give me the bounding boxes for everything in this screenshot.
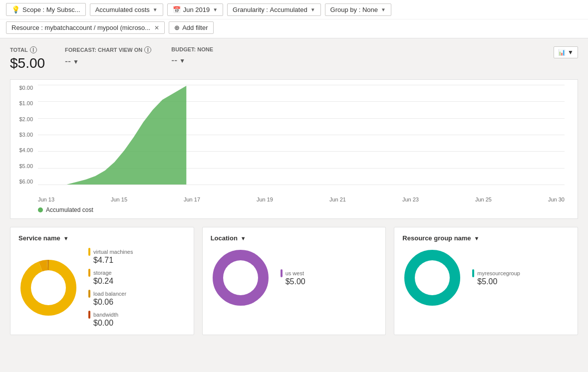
budget-label-row: BUDGET: NONE <box>171 46 213 52</box>
main-content: TOTAL i $5.00 FORECAST: CHART VIEW ON i … <box>0 38 588 343</box>
scope-value: My Subsc... <box>46 6 80 13</box>
svg-marker-0 <box>67 86 187 185</box>
storage-value: $0.24 <box>93 277 133 286</box>
myresourcegroup-label: myresourcegroup <box>477 270 520 276</box>
budget-value-row: -- ▼ <box>171 55 213 66</box>
granularity-value-label: Accumulated <box>270 6 307 13</box>
group-by-prefix-label: Group by : <box>330 6 361 13</box>
total-metric: TOTAL i $5.00 <box>10 46 45 71</box>
lb-color-bar <box>88 290 90 298</box>
myresourcegroup-color-bar <box>472 269 474 277</box>
scope-label: Scope : <box>22 6 44 13</box>
granularity-prefix-label: Granularity : <box>233 6 268 13</box>
chart-legend: Accumulated cost <box>38 206 570 213</box>
total-info-icon[interactable]: i <box>30 46 37 53</box>
resource-group-label: Resource group name <box>402 234 471 242</box>
legend-myresourcegroup: myresourcegroup $5.00 <box>472 269 520 286</box>
legend-storage: storage $0.24 <box>88 269 133 286</box>
us-west-label: us west <box>286 270 304 276</box>
myresourcegroup-value: $5.00 <box>477 277 520 286</box>
resource-group-donut <box>402 248 462 308</box>
group-by-arrow-icon: ▼ <box>381 7 386 12</box>
resource-filter-pill[interactable]: Resource : mybatchaccount / mypool (micr… <box>6 21 165 34</box>
chart-icon: 📊 <box>558 49 566 56</box>
service-name-card-header[interactable]: Service name ▼ <box>18 234 186 242</box>
resource-filter-close-icon[interactable]: ✕ <box>154 24 159 31</box>
add-filter-label: Add filter <box>182 24 208 31</box>
chart-y-labels: $6.00 $5.00 $4.00 $3.00 $2.00 $1.00 $0.0… <box>15 85 35 185</box>
add-filter-button[interactable]: ⊕ Add filter <box>169 21 213 34</box>
forecast-dropdown-icon[interactable]: ▼ <box>73 58 79 65</box>
service-name-label: Service name <box>18 234 60 242</box>
legend-bandwidth: bandwidth $0.00 <box>88 311 133 328</box>
resource-group-legend: myresourcegroup $5.00 <box>472 269 520 286</box>
svg-point-9 <box>415 260 450 295</box>
metrics-row: TOTAL i $5.00 FORECAST: CHART VIEW ON i … <box>10 46 578 71</box>
lb-label: load balancer <box>93 291 126 297</box>
budget-dropdown-icon[interactable]: ▼ <box>179 57 185 64</box>
date-arrow-icon: ▼ <box>213 7 218 12</box>
vm-color-bar <box>88 248 90 256</box>
location-card-header[interactable]: Location ▼ <box>211 234 378 242</box>
date-label: Jun 2019 <box>183 6 210 13</box>
forecast-label-row: FORECAST: CHART VIEW ON i <box>65 46 151 53</box>
budget-label: BUDGET: NONE <box>171 46 213 52</box>
date-dropdown[interactable]: 📅 Jun 2019 ▼ <box>167 3 223 16</box>
resource-group-dropdown-icon: ▼ <box>474 235 480 241</box>
group-by-value-label: None <box>362 6 378 13</box>
cost-chart: $6.00 $5.00 $4.00 $3.00 $2.00 $1.00 $0.0… <box>10 79 578 219</box>
resource-filter-prefix: Resource : <box>11 24 43 31</box>
accumulated-costs-arrow-icon: ▼ <box>153 7 158 12</box>
scope-selector[interactable]: 💡 Scope : My Subsc... <box>6 3 86 16</box>
accumulated-costs-label: Accumulated costs <box>95 6 150 13</box>
vm-label: virtual machines <box>93 249 133 255</box>
chart-type-button[interactable]: 📊 ▼ <box>554 46 578 58</box>
total-label: TOTAL <box>10 47 28 53</box>
vm-value: $4.71 <box>93 256 133 265</box>
bandwidth-label: bandwidth <box>93 312 118 318</box>
location-label: Location <box>211 234 238 242</box>
legend-accumulated-dot <box>38 207 43 212</box>
group-by-dropdown[interactable]: Group by : None ▼ <box>325 3 391 16</box>
location-donut <box>211 248 271 308</box>
legend-us-west: us west $5.00 <box>281 269 305 286</box>
resource-group-card: Resource group name ▼ myresource <box>394 227 578 335</box>
add-filter-plus-icon: ⊕ <box>174 24 180 31</box>
svg-point-7 <box>223 260 258 295</box>
forecast-label: FORECAST: CHART VIEW ON <box>65 47 142 53</box>
chart-x-labels: Jun 13 Jun 15 Jun 17 Jun 19 Jun 21 Jun 2… <box>38 196 565 202</box>
total-label-row: TOTAL i <box>10 46 45 53</box>
location-card: Location ▼ us west <box>202 227 386 335</box>
budget-value: -- <box>171 55 177 66</box>
lb-value: $0.06 <box>93 298 133 307</box>
forecast-value-row: -- ▼ <box>65 56 151 67</box>
storage-label: storage <box>93 270 112 276</box>
chart-dropdown-icon: ▼ <box>568 49 574 56</box>
granularity-arrow-icon: ▼ <box>310 7 315 12</box>
top-bar-row2: Resource : mybatchaccount / mypool (micr… <box>0 19 588 38</box>
calendar-icon: 📅 <box>173 6 181 13</box>
top-bar-row1: 💡 Scope : My Subsc... Accumulated costs … <box>0 0 588 19</box>
resource-group-card-body: myresourcegroup $5.00 <box>402 248 570 308</box>
location-card-body: us west $5.00 <box>211 248 378 308</box>
bandwidth-value: $0.00 <box>93 319 133 328</box>
service-name-donut <box>18 258 78 318</box>
svg-point-5 <box>31 270 66 305</box>
resource-group-card-header[interactable]: Resource group name ▼ <box>402 234 570 242</box>
chart-svg <box>38 85 565 185</box>
service-name-card: Service name ▼ <box>10 227 194 335</box>
service-name-dropdown-icon: ▼ <box>63 235 69 241</box>
budget-metric: BUDGET: NONE -- ▼ <box>171 46 213 66</box>
location-legend: us west $5.00 <box>281 269 305 286</box>
forecast-metric: FORECAST: CHART VIEW ON i -- ▼ <box>65 46 151 67</box>
forecast-info-icon[interactable]: i <box>144 46 151 53</box>
granularity-dropdown[interactable]: Granularity : Accumulated ▼ <box>227 3 321 16</box>
scope-icon: 💡 <box>11 5 20 13</box>
forecast-value: -- <box>65 56 71 67</box>
storage-color-bar <box>88 269 90 277</box>
total-value: $5.00 <box>10 55 45 71</box>
us-west-color-bar <box>281 269 283 277</box>
accumulated-costs-dropdown[interactable]: Accumulated costs ▼ <box>90 3 163 16</box>
legend-accumulated-label: Accumulated cost <box>46 206 93 213</box>
service-name-card-body: virtual machines $4.71 storage $0.24 <box>18 248 186 328</box>
